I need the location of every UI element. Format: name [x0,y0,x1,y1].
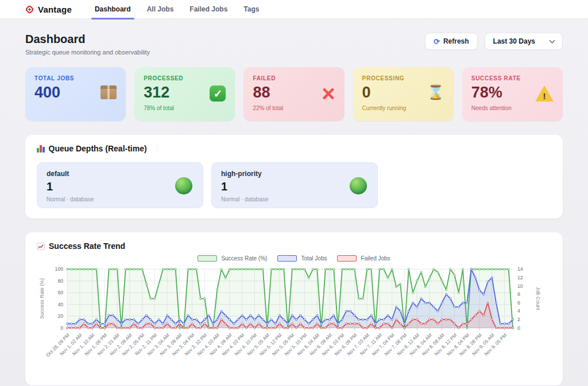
refresh-button[interactable]: ⟳ Refresh [425,33,478,50]
stat-sub: Currently running [362,105,444,111]
svg-text:Job Count: Job Count [535,287,541,310]
stat-label: PROCESSING [362,75,444,81]
check-mark-icon: ✓ [210,85,226,102]
date-range-select[interactable]: Last 30 Days [485,33,563,50]
hourglass-icon: ⌛ [427,84,444,100]
svg-text:6: 6 [517,300,520,306]
queue-meta: Normal · database [47,196,194,202]
tab-tags[interactable]: Tags [235,0,267,19]
trend-title: Success Rate Trend [49,241,125,251]
legend-item-success-rate[interactable]: Success Rate (%) [198,255,267,262]
queue-name: default [47,170,194,178]
stat-card-failed: FAILED8822% of total× [243,67,344,121]
brand-name: Vantage [38,5,72,14]
trend-panel: Success Rate Trend Success Rate (%)Total… [25,232,563,385]
stat-sub: 78% of total [144,105,226,111]
svg-text:14: 14 [517,266,523,272]
queue-card-default: default1Normal · database [37,162,203,208]
stat-label: SUCCESS RATE [471,75,554,81]
queue-depths-title: Queue Depths (Real-time) [49,144,147,153]
target-logo-icon [25,5,34,14]
legend-item-failed-jobs[interactable]: Failed Jobs [337,255,390,262]
queue-depth: 1 [221,180,368,193]
stat-card-success-rate: SUCCESS RATE78%Needs attention! [462,67,563,121]
legend-item-total-jobs[interactable]: Total Jobs [277,255,327,262]
page-title: Dashboard [25,33,150,46]
tab-failed-jobs[interactable]: Failed Jobs [181,0,235,19]
stat-label: TOTAL JOBS [34,75,117,81]
svg-text:2: 2 [517,317,520,322]
svg-text:8: 8 [517,291,520,297]
legend-label: Success Rate (%) [221,255,267,262]
svg-text:80: 80 [57,278,63,284]
page-subtitle: Strategic queue monitoring and observabi… [25,49,150,56]
stats-row: TOTAL JOBS400PROCESSED31278% of total✓FA… [25,67,563,121]
chevron-down-icon [550,38,555,44]
refresh-label: Refresh [443,37,469,45]
stat-card-processed: PROCESSED31278% of total✓ [134,67,235,121]
svg-text:20: 20 [57,313,63,319]
legend-swatch [198,255,217,262]
stat-card-total-jobs: TOTAL JOBS400 [25,67,126,121]
bar-chart-icon [37,145,45,153]
page-header: Dashboard Strategic queue monitoring and… [25,33,563,56]
legend-swatch [277,255,297,262]
stat-label: PROCESSED [144,75,226,81]
queue-card-high-priority: high-priority1Normal · database [211,162,378,208]
queue-meta: Normal · database [221,196,368,202]
top-nav: Vantage DashboardAll JobsFailed JobsTags [0,0,588,19]
refresh-icon: ⟳ [434,38,440,45]
svg-text:Success Rate (%): Success Rate (%) [39,278,45,319]
status-green-circle-icon [350,177,367,194]
stat-sub: Needs attention [471,105,554,111]
success-rate-trend-chart: Oct 28, 09 PMNov 1, 02 AMNov 1, 10 AMNov… [37,263,551,373]
queue-depth: 1 [47,180,194,193]
legend-label: Total Jobs [301,255,327,262]
nav-tabs: DashboardAll JobsFailed JobsTags [87,0,268,19]
svg-text:10: 10 [517,283,523,289]
cross-mark-icon: × [322,81,335,106]
svg-text:0: 0 [60,325,63,331]
svg-text:12: 12 [517,275,523,280]
status-green-circle-icon [175,177,192,194]
svg-text:0: 0 [517,325,520,331]
queue-list: default1Normal · databasehigh-priority1N… [37,162,551,208]
svg-text:100: 100 [55,266,63,272]
page-content: Dashboard Strategic queue monitoring and… [0,19,588,385]
chart-increasing-icon [37,243,45,250]
legend-label: Failed Jobs [361,255,390,262]
chart-legend: Success Rate (%)Total JobsFailed Jobs [37,255,551,262]
tab-all-jobs[interactable]: All Jobs [139,0,182,19]
svg-text:4: 4 [517,308,520,314]
package-icon [100,85,117,99]
tab-dashboard[interactable]: Dashboard [87,0,139,19]
stat-card-processing: PROCESSING0Currently running⌛ [353,67,454,121]
warning-icon: ! [535,85,554,102]
brand: Vantage [25,5,72,14]
svg-text:40: 40 [57,302,63,307]
svg-text:60: 60 [57,290,63,295]
legend-swatch [337,255,357,262]
queue-depths-panel: Queue Depths (Real-time) default1Normal … [25,135,563,219]
queue-name: high-priority [221,170,368,178]
date-range-value: Last 30 Days [493,37,535,45]
